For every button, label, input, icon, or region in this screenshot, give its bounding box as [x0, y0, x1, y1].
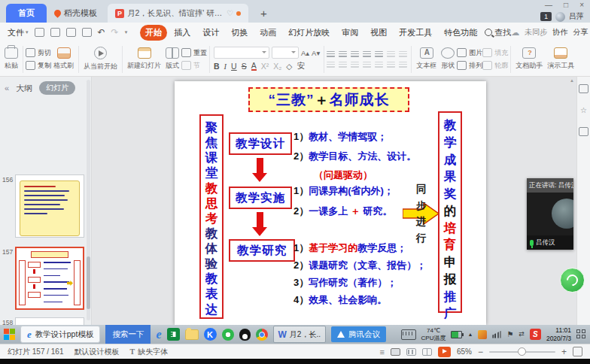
taskbar-search-box[interactable]: 搜索一下 [105, 325, 151, 344]
font-color-button[interactable]: A [251, 62, 257, 71]
decrease-indent-icon[interactable] [351, 62, 359, 68]
print-icon[interactable] [66, 28, 76, 37]
tray-expand-icon[interactable]: ▲ [467, 332, 473, 337]
clear-format-button[interactable]: ◇ [286, 62, 292, 71]
notes-icon[interactable]: ≡ [380, 347, 385, 356]
section-button[interactable]: 节 [181, 61, 207, 71]
collaborate-button[interactable]: 协作 [552, 27, 567, 38]
sogou-input-icon[interactable]: S [530, 329, 541, 340]
file-explorer-icon[interactable] [185, 329, 199, 340]
layout-button[interactable]: 版式 [163, 47, 181, 71]
tab-home[interactable]: 首页 [6, 4, 47, 23]
columns-icon[interactable] [387, 51, 395, 57]
maximize-button[interactable]: □ [564, 2, 568, 9]
action-center-flag-icon[interactable]: ⚑ [506, 331, 513, 338]
research-text-group[interactable]: 1）基于学习的教学反思；2）课题研究（文章、报告）；3）写作研究（著作）；4）效… [293, 242, 426, 311]
menu-item-3[interactable]: 切换 [226, 25, 253, 41]
output-icon[interactable] [50, 28, 60, 37]
zoom-slider[interactable] [489, 351, 555, 353]
slide-thumbnail-156[interactable] [15, 174, 84, 238]
slideshow-play-button[interactable] [438, 347, 451, 357]
menu-item-9[interactable]: 特色功能 [439, 25, 482, 41]
new-slide-button[interactable]: 新建幻灯片 [125, 47, 163, 71]
arrange-button[interactable]: 排列 [457, 61, 482, 71]
align-middle-icon[interactable] [387, 62, 395, 68]
subscript-button[interactable]: X₂ [273, 62, 281, 71]
new-tab-button[interactable]: + [256, 4, 272, 23]
resources-icon[interactable] [579, 127, 588, 136]
flow-box-research[interactable]: 教学研究 [229, 239, 295, 262]
reset-button[interactable]: 重置 [181, 48, 207, 58]
picture-button[interactable]: 图片 [457, 48, 482, 58]
network-signal-icon[interactable] [492, 331, 501, 338]
undo-icon[interactable]: ↶ [98, 27, 105, 38]
taskbar-wps-button[interactable]: W 月2，长.. [273, 326, 326, 343]
menu-item-5[interactable]: 幻灯片放映 [283, 25, 335, 41]
slide-thumbnail-158[interactable] [15, 317, 84, 325]
collapse-panel-icon[interactable]: « [5, 83, 9, 93]
user-avatar[interactable] [555, 12, 565, 22]
align-justify-icon[interactable] [363, 51, 371, 57]
battery-icon[interactable] [451, 331, 462, 338]
bullets-icon[interactable] [327, 62, 335, 68]
flow-box-implement[interactable]: 教学实施 [229, 187, 292, 209]
menu-item-2[interactable]: 设计 [197, 25, 224, 41]
align-left-icon[interactable] [327, 51, 335, 57]
superscript-button[interactable]: X² [261, 62, 269, 71]
template-name[interactable]: 默认设计模板 [74, 347, 119, 357]
browser-360-icon[interactable] [222, 329, 234, 341]
align-right-icon[interactable] [351, 51, 359, 57]
find-button[interactable]: 查找 [485, 27, 511, 38]
play-from-current-button[interactable]: 从当前开始 [81, 47, 120, 71]
flow-box-design[interactable]: 教学设计 [229, 132, 292, 155]
missing-font-warning[interactable]: T 缺失字体 [129, 347, 168, 357]
text-tool-button[interactable]: 安 [297, 61, 305, 71]
current-slide[interactable]: “三教” ＋ 名师成长 聚焦课堂教思考教体验教表达 教学成果奖的培育申报推广 教… [175, 81, 486, 325]
slide-sorter-view-button[interactable] [406, 348, 416, 356]
customize-chevron-icon[interactable]: ▾ [125, 29, 128, 35]
align-center-icon[interactable] [339, 51, 347, 57]
panel-scrollbar[interactable] [87, 80, 90, 320]
redo-icon[interactable]: ↷ [111, 27, 119, 38]
preview-icon[interactable] [82, 28, 92, 37]
zoom-in-button[interactable]: + [561, 347, 567, 356]
user-name[interactable]: 吕萍 [569, 11, 584, 22]
fit-slide-button[interactable] [573, 347, 582, 356]
align-top-icon[interactable] [375, 62, 383, 68]
zoom-out-button[interactable]: − [478, 347, 483, 356]
menu-item-8[interactable]: 开发工具 [394, 25, 437, 41]
left-vertical-textbox[interactable]: 聚焦课堂教思考教体验教表达 [199, 114, 224, 319]
taskbar-meeting-button[interactable]: 腾讯会议 [331, 326, 386, 342]
tab-document[interactable]: P 月2，长见识、情谊摔' 研析.ppt ♡ [108, 4, 248, 23]
share-button[interactable]: 分享 [573, 27, 588, 38]
meeting-overlay[interactable]: 正在讲话: 吕传汉 吕传汉 [527, 178, 573, 250]
taskbar-clock[interactable]: 11:01 2020/7/3 [546, 326, 571, 342]
chevron-down-icon[interactable]: ▾ [26, 29, 29, 35]
sync-vertical-text[interactable]: 同步进行 [416, 181, 427, 246]
properties-icon[interactable] [579, 84, 588, 93]
chrome-icon[interactable] [256, 329, 268, 341]
italic-button[interactable]: I [224, 62, 227, 71]
menu-item-0[interactable]: 开始 [140, 25, 167, 41]
slide-title[interactable]: “三教” ＋ 名师成长 [248, 87, 409, 112]
present-tools-button[interactable]: 演示工具 [545, 47, 576, 71]
k-app-icon[interactable]: K [204, 328, 217, 341]
text-direction-icon[interactable] [399, 51, 407, 57]
outline-button[interactable]: 轮廓 [482, 61, 508, 71]
design-text-group[interactable]: 1）教材、学情驾驭；2）教学目标、方法、设计。 [293, 131, 416, 170]
language-switch-icon[interactable]: ⇄ [519, 331, 525, 338]
tab-outline[interactable]: 大纲 [16, 83, 32, 94]
increase-indent-icon[interactable] [363, 62, 371, 68]
strikethrough-button[interactable]: S [242, 62, 247, 71]
store-icon[interactable] [167, 328, 180, 341]
sync-status[interactable]: 未同步 [525, 27, 547, 38]
notification-badge[interactable]: 1 [540, 12, 552, 21]
menu-item-7[interactable]: 视图 [365, 25, 392, 41]
problem-driven-note[interactable]: （问题驱动） [314, 168, 373, 182]
shape-button[interactable]: 形状 [439, 47, 457, 71]
normal-view-button[interactable] [391, 348, 400, 356]
reading-view-button[interactable] [422, 348, 432, 356]
font-size-select[interactable] [272, 47, 299, 59]
tray-app-icon[interactable] [478, 330, 487, 339]
save-icon[interactable] [35, 28, 44, 37]
